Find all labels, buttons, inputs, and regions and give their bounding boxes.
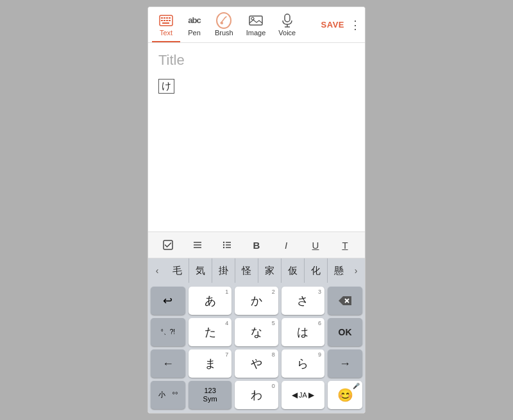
keyboard-row-2: °、?! 4 た 5 な 6 は OK [151,318,362,346]
toolbar: Text abc Pen Brush [148,7,365,43]
punct-key[interactable]: °、?! [151,318,185,346]
underline-format-btn[interactable]: U [305,236,326,254]
suggestion-item-5[interactable]: 仮 [282,258,305,283]
suggestion-item-6[interactable]: 化 [305,258,328,283]
svg-point-12 [251,17,254,20]
a-key[interactable]: 1 あ [189,287,231,315]
svg-point-20 [223,242,224,243]
ya-key[interactable]: 8 や [235,349,278,378]
left-arrow-key[interactable]: ← [151,349,185,378]
keyboard-row-1: ↩ 1 あ 2 か 3 さ [151,287,362,315]
ok-key-label: OK [339,327,352,337]
sa-key-label: さ [297,293,308,308]
suggestion-item-1[interactable]: 気 [189,258,212,283]
left-arrow-key-label: ← [162,357,174,371]
image-icon [248,13,264,28]
svg-point-10 [221,22,223,24]
undo-key-label: ↩ [163,294,172,308]
svg-rect-3 [166,17,168,19]
suggestion-item-7[interactable]: 懸 [328,258,347,283]
wa-key-super: 0 [272,383,275,389]
ha-key-super: 6 [318,320,321,326]
ma-key[interactable]: 7 ま [189,349,231,378]
ka-key-super: 2 [272,289,275,295]
keyboard-row-4: 小 °° 123Sym 0 わ ◀ JA ▶ 😊 🎤 [151,381,362,409]
tab-voice-label: Voice [278,29,296,37]
space-key-lang-label: JA [299,391,307,399]
small-key[interactable]: 小 °° [151,381,185,409]
voice-icon [280,13,295,28]
tab-pen[interactable]: abc Pen [180,7,208,42]
space-key-left-arrow: ◀ [292,391,298,399]
suggestion-item-2[interactable]: 掛 [212,258,235,283]
list1-format-btn[interactable] [187,236,208,254]
na-key-super: 5 [272,320,275,326]
num-sym-key[interactable]: 123Sym [189,381,231,409]
text-style-format-btn[interactable]: T [335,236,355,254]
wa-key[interactable]: 0 わ [235,381,278,409]
suggestion-right-arrow[interactable]: › [347,265,365,276]
space-key-right-arrow: ▶ [308,391,314,399]
sa-key[interactable]: 3 さ [282,287,324,315]
svg-rect-8 [169,20,171,21]
ha-key[interactable]: 6 は [282,318,324,346]
list2-format-btn[interactable] [217,236,237,254]
tab-pen-label: Pen [188,29,201,37]
ra-key[interactable]: 9 ら [282,349,324,378]
ra-key-label: ら [297,356,308,371]
ta-key[interactable]: 4 た [189,318,231,346]
tab-text-label: Text [160,29,172,37]
wa-key-label: わ [251,387,262,403]
suggestion-item-0[interactable]: 毛 [166,258,189,283]
svg-rect-2 [164,17,165,19]
right-arrow-key[interactable]: → [328,349,362,378]
ra-key-super: 9 [318,351,321,358]
svg-rect-13 [285,14,290,22]
italic-format-btn[interactable]: I [276,236,296,254]
space-key[interactable]: ◀ JA ▶ [282,381,324,409]
editor-area[interactable]: Title け [148,43,365,231]
keyboard-row-3: ← 7 ま 8 や 9 ら → [151,349,362,378]
title-placeholder[interactable]: Title [158,52,355,69]
small-key-label: 小 °° [158,391,178,399]
undo-key[interactable]: ↩ [151,287,185,315]
svg-rect-9 [162,22,169,24]
toolbar-actions: SAVE ⋮ [321,19,361,31]
punct-key-label: °、?! [161,328,175,336]
suggestion-item-4[interactable]: 家 [258,258,282,283]
tab-image-label: Image [246,29,266,37]
na-key[interactable]: 5 な [235,318,278,346]
svg-rect-1 [161,17,163,19]
ka-key[interactable]: 2 か [235,287,278,315]
emoji-key[interactable]: 😊 🎤 [328,381,362,409]
sa-key-super: 3 [318,289,321,295]
pen-icon: abc [187,13,202,28]
toolbar-tools: Text abc Pen Brush [152,7,321,42]
format-bar: B I U T [148,231,365,258]
tab-brush[interactable]: Brush [208,7,240,42]
ok-key[interactable]: OK [328,318,362,346]
tab-text[interactable]: Text [152,7,180,42]
more-button[interactable]: ⋮ [349,19,361,31]
a-key-super: 1 [225,289,228,295]
keyboard-icon [158,13,174,28]
backspace-key[interactable] [328,287,362,315]
tab-voice[interactable]: Voice [272,7,302,42]
ha-key-label: は [297,324,308,340]
ka-key-label: か [251,293,262,308]
bold-format-btn[interactable]: B [246,236,267,254]
editor-content[interactable]: け [158,79,355,94]
svg-rect-7 [166,20,168,21]
app-container: Text abc Pen Brush [147,6,366,414]
suggestion-item-3[interactable]: 怪 [235,258,258,283]
svg-rect-11 [249,16,262,25]
suggestion-bar: ‹ 毛 気 掛 怪 家 仮 化 懸 › [148,258,365,283]
tab-image[interactable]: Image [240,7,273,42]
keyboard: ↩ 1 あ 2 か 3 さ [148,283,365,413]
save-button[interactable]: SAVE [321,20,344,29]
svg-point-22 [223,244,224,246]
brush-icon [216,13,231,28]
ya-key-label: や [251,356,262,371]
suggestion-left-arrow[interactable]: ‹ [148,265,166,276]
checkbox-format-btn[interactable] [158,236,178,254]
